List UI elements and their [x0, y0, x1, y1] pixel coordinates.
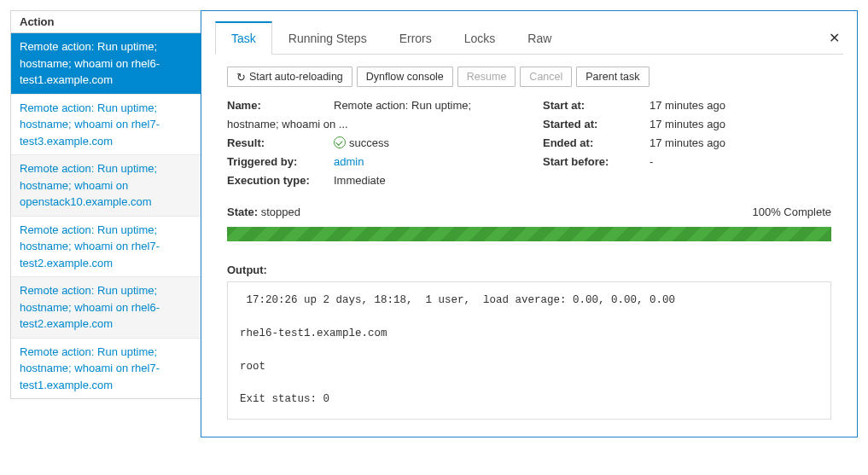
- started-at-value: 17 minutes ago: [650, 118, 831, 130]
- ended-at-label: Ended at:: [543, 136, 650, 149]
- progress-bar: [227, 227, 831, 241]
- tab-locks[interactable]: Locks: [448, 22, 512, 55]
- sidebar-item-3[interactable]: Remote action: Run uptime; hostname; who…: [11, 217, 203, 278]
- tab-raw[interactable]: Raw: [511, 22, 568, 55]
- sidebar-item-4[interactable]: Remote action: Run uptime; hostname; who…: [11, 277, 203, 339]
- tab-running-steps[interactable]: Running Steps: [272, 22, 383, 55]
- task-details: Name: Remote action: Run uptime; Start a…: [201, 92, 857, 187]
- auto-reload-button[interactable]: ↻ Start auto-reloading: [227, 67, 352, 87]
- start-before-label: Start before:: [543, 155, 650, 168]
- success-icon: [334, 136, 346, 148]
- output-box: 17:20:26 up 2 days, 18:18, 1 user, load …: [227, 281, 831, 420]
- execution-type-value: Immediate: [334, 174, 543, 187]
- sidebar-item-2[interactable]: Remote action: Run uptime; hostname; who…: [11, 155, 203, 217]
- execution-type-label: Execution type:: [227, 174, 334, 187]
- sidebar-item-5[interactable]: Remote action: Run uptime; hostname; who…: [11, 339, 203, 399]
- toolbar: ↻ Start auto-reloading Dynflow console R…: [201, 55, 857, 92]
- sidebar-item-1[interactable]: Remote action: Run uptime; hostname; who…: [11, 95, 203, 156]
- state-row: State: stopped 100% Complete: [201, 187, 857, 223]
- result-text: success: [349, 136, 389, 149]
- refresh-icon: ↻: [236, 72, 246, 83]
- start-at-value: 17 minutes ago: [650, 99, 831, 112]
- close-icon[interactable]: ✕: [829, 30, 840, 46]
- action-sidebar: Action Remote action: Run uptime; hostna…: [10, 10, 204, 399]
- start-before-value: -: [650, 155, 831, 168]
- started-at-label: Started at:: [543, 118, 650, 130]
- dynflow-console-button[interactable]: Dynflow console: [357, 67, 453, 87]
- ended-at-value: 17 minutes ago: [650, 136, 831, 149]
- sidebar-header: Action: [11, 10, 203, 33]
- cancel-button: Cancel: [520, 67, 572, 87]
- triggered-by-value[interactable]: admin: [334, 155, 543, 168]
- state-value: stopped: [261, 206, 300, 218]
- result-label: Result:: [227, 136, 334, 149]
- start-at-label: Start at:: [543, 99, 650, 112]
- auto-reload-label: Start auto-reloading: [249, 71, 343, 83]
- state-label: State:: [227, 206, 258, 218]
- result-value: success: [334, 136, 543, 149]
- output-label: Output:: [201, 241, 857, 281]
- task-panel: TaskRunning StepsErrorsLocksRaw ✕ ↻ Star…: [201, 10, 858, 437]
- resume-button: Resume: [457, 67, 516, 87]
- tab-errors[interactable]: Errors: [383, 22, 448, 55]
- name-value-2: hostname; whoami on ...: [227, 118, 543, 130]
- progress-complete: 100% Complete: [753, 206, 832, 218]
- triggered-by-label: Triggered by:: [227, 155, 334, 168]
- parent-task-button[interactable]: Parent task: [576, 67, 649, 87]
- sidebar-item-0[interactable]: Remote action: Run uptime; hostname; who…: [11, 33, 203, 95]
- tab-task[interactable]: Task: [215, 21, 272, 55]
- tab-bar: TaskRunning StepsErrorsLocksRaw: [201, 11, 857, 54]
- name-value: Remote action: Run uptime;: [334, 99, 543, 112]
- name-label: Name:: [227, 99, 334, 112]
